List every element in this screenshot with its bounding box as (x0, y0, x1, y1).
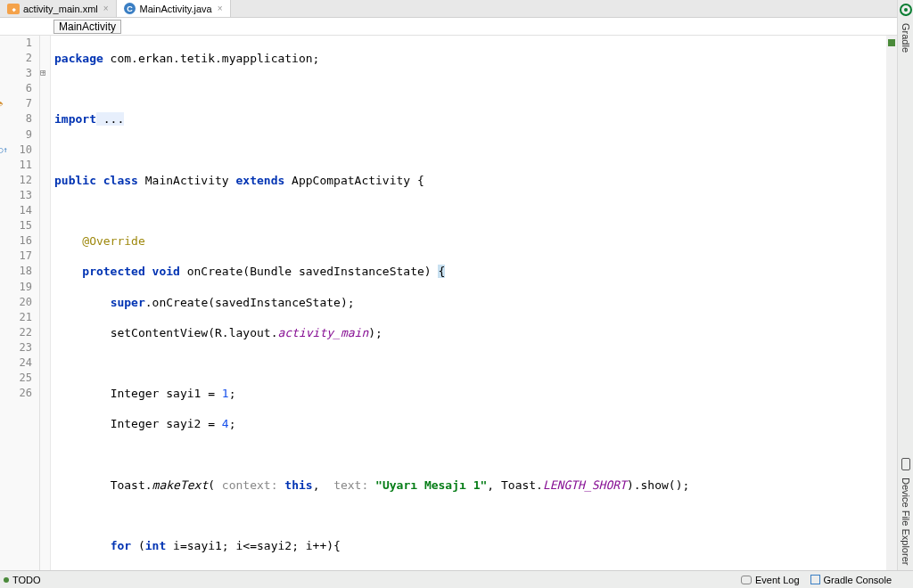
gradle-icon (900, 4, 912, 16)
line-number: 14 (0, 203, 32, 218)
tabs-bar: ⬥ activity_main.xml × C MainActivity.jav… (0, 0, 913, 18)
line-number: 17 (0, 249, 32, 264)
line-number: 9 (0, 127, 32, 143)
line-number: 2 (0, 51, 32, 66)
line-number: 7⬘ (0, 96, 32, 111)
line-number: 18 (0, 264, 32, 279)
event-log-label: Event Log (755, 575, 800, 585)
line-number: 8 (0, 111, 32, 127)
line-number: 26 (0, 386, 32, 401)
status-bar: TODO Event Log Gradle Console (0, 570, 913, 588)
line-number: 12 (0, 173, 32, 188)
line-number: 1 (0, 36, 32, 51)
xml-file-icon: ⬥ (7, 3, 20, 15)
gradle-tool-button[interactable]: Gradle (901, 18, 911, 58)
todo-label: TODO (12, 575, 41, 585)
breadcrumb-item[interactable]: MainActivity (53, 20, 121, 34)
chat-icon (741, 576, 752, 584)
code-area[interactable]: package com.erkan.tetik.myapplication; i… (51, 36, 913, 570)
analysis-status-icon (888, 39, 895, 46)
line-number: 15 (0, 218, 32, 233)
editor: 1 2 3 6 7⬘ 8 9 10○↑ 11 12 13 14 15 16 17… (0, 36, 913, 570)
line-number: 16 (0, 233, 32, 249)
todo-button[interactable]: TODO (4, 575, 41, 585)
gradle-console-button[interactable]: Gradle Console (810, 575, 892, 585)
class-marker-icon: ⬘ (0, 96, 3, 111)
override-marker-icon: ○↑ (0, 143, 8, 158)
close-icon[interactable]: × (218, 4, 223, 13)
console-icon (810, 575, 820, 584)
line-number: 24 (0, 355, 32, 371)
right-tool-sidebar: Gradle Device File Explorer (897, 0, 913, 588)
tab-main-activity[interactable]: C MainActivity.java × (117, 0, 231, 17)
line-number: 13 (0, 188, 32, 203)
line-number: 11 (0, 158, 32, 173)
scrollbar[interactable] (886, 36, 897, 570)
tab-label: MainActivity.java (140, 4, 212, 14)
line-number: 22 (0, 325, 32, 340)
tab-label: activity_main.xml (23, 4, 98, 14)
event-log-button[interactable]: Event Log (741, 575, 800, 585)
tab-activity-main[interactable]: ⬥ activity_main.xml × (0, 0, 117, 17)
breadcrumb: MainActivity (0, 18, 913, 36)
line-gutter: 1 2 3 6 7⬘ 8 9 10○↑ 11 12 13 14 15 16 17… (0, 36, 40, 570)
close-icon[interactable]: × (103, 4, 109, 13)
fold-gutter: ⊞ (40, 36, 51, 570)
expand-fold-icon[interactable]: ⊞ (40, 67, 46, 78)
gradle-console-label: Gradle Console (824, 575, 892, 585)
line-number: 25 (0, 371, 32, 386)
line-number: 3 (0, 66, 32, 81)
java-file-icon: C (124, 3, 136, 15)
device-icon (901, 458, 910, 470)
line-number: 19 (0, 280, 32, 295)
line-number: 20 (0, 295, 32, 310)
device-explorer-tool-button[interactable]: Device File Explorer (901, 472, 911, 570)
line-number: 23 (0, 340, 32, 355)
line-number: 10○↑ (0, 143, 32, 158)
line-number: 6 (0, 81, 32, 96)
line-number: 21 (0, 310, 32, 325)
todo-icon (4, 577, 9, 583)
